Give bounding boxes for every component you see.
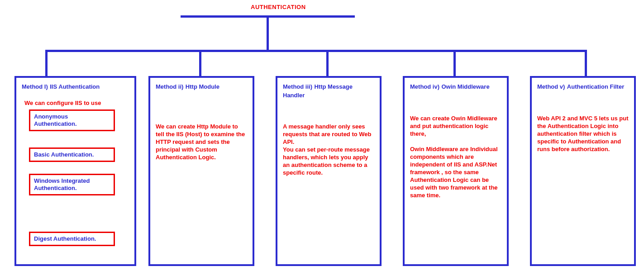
method-box-iis-authentication: Method I) IIS Authentication We can conf… xyxy=(14,76,136,266)
method-body-2: We can create Http Module to tell the II… xyxy=(156,123,247,161)
method-name-1: IIS Authentication xyxy=(50,83,100,90)
iis-option-basic: Basic Authentication. xyxy=(29,147,115,162)
iis-option-digest: Digest Authentication. xyxy=(29,232,115,246)
connector-drop-5 xyxy=(585,50,587,77)
connector-drop-3 xyxy=(326,50,329,77)
method-name-5: Authentication Filter xyxy=(567,83,624,90)
method-label-5: Method v) xyxy=(537,83,565,90)
method-header-5: Method v) Authentication Filter xyxy=(537,82,629,91)
method-intro-1: We can configure IIS to use xyxy=(24,99,129,107)
method-box-owin-middleware: Method iv) Owin Middleware We can create… xyxy=(403,76,509,266)
method-box-http-message-handler: Method iii) Http Message Handler A messa… xyxy=(276,76,382,266)
iis-option-anonymous: Anonymous Authentication. xyxy=(29,109,115,131)
method-box-http-module: Method ii) Http Module We can create Htt… xyxy=(148,76,254,266)
method-label-3: Method iii) xyxy=(283,83,312,90)
method-box-authentication-filter: Method v) Authentication Filter Web API … xyxy=(530,76,636,266)
method-header-4: Method iv) Owin Middleware xyxy=(410,82,501,91)
method-label-2: Method ii) xyxy=(156,83,183,90)
connector-stem xyxy=(267,15,269,52)
method-body-5: Web API 2 and MVC 5 lets us put the Auth… xyxy=(537,114,629,153)
iis-option-windows: Windows Integrated Authentication. xyxy=(29,174,115,195)
connector-drop-1 xyxy=(45,50,48,77)
method-header-1: Method I) IIS Authentication xyxy=(22,82,129,91)
method-body-3: A message handler only sees requests tha… xyxy=(283,123,374,176)
connector-distribution-bar xyxy=(45,50,587,52)
method-label-1: Method I) xyxy=(22,83,48,90)
method-name-4: Owin Middleware xyxy=(441,83,489,90)
diagram-title: AUTHENTICATION xyxy=(251,4,306,10)
method-label-4: Method iv) xyxy=(410,83,439,90)
connector-drop-2 xyxy=(199,50,201,77)
iis-options-list: Anonymous Authentication. Basic Authenti… xyxy=(22,109,129,246)
method-name-2: Http Module xyxy=(186,83,219,90)
connector-drop-4 xyxy=(453,50,456,77)
method-header-2: Method ii) Http Module xyxy=(156,82,247,91)
method-header-3: Method iii) Http Message Handler xyxy=(283,82,374,99)
method-body-4: We can create Owin Midlleware and put au… xyxy=(410,114,501,199)
diagram-stage: AUTHENTICATION Method I) IIS Authenticat… xyxy=(0,0,644,271)
